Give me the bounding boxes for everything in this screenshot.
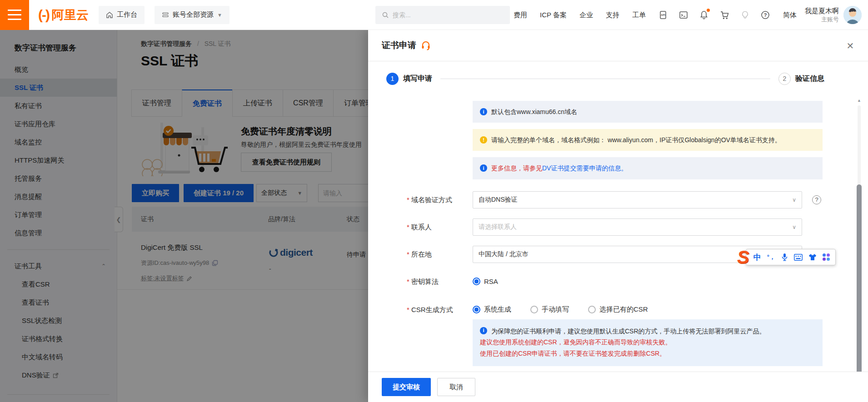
cart-icon[interactable] — [720, 10, 729, 20]
aliyun-logo[interactable]: (-) 阿里云 — [38, 7, 89, 23]
hamburger-menu-icon[interactable] — [0, 0, 29, 30]
notice-default-domain: i 默认包含www.xiamu66.cn域名 — [473, 101, 823, 123]
contact-select[interactable]: 请选择联系人 ∨ — [473, 218, 802, 236]
csr-option-manual[interactable]: 手动填写 — [530, 305, 569, 314]
chevron-down-icon: ∨ — [792, 224, 796, 230]
validation-method-value: 自动DNS验证 — [479, 196, 518, 204]
headset-support-icon[interactable] — [421, 40, 431, 50]
nav-link-enterprise[interactable]: 企业 — [579, 11, 593, 20]
form-row-contact: 联系人 请选择联系人 ∨ — [473, 218, 802, 236]
aliyun-logo-icon: (-) — [38, 7, 49, 23]
nav-link-billing[interactable]: 费用 — [514, 11, 527, 20]
home-icon — [106, 11, 113, 19]
svg-text:API: API — [661, 14, 665, 16]
chevron-down-icon: ▼ — [217, 12, 222, 18]
notification-dot — [707, 9, 710, 12]
form-row-key-algo: 密钥算法 RSA — [473, 277, 802, 287]
bulb-icon[interactable] — [741, 10, 749, 20]
workbench-button[interactable]: 工作台 — [99, 6, 145, 24]
close-icon[interactable]: ✕ — [844, 40, 856, 52]
ime-toolbox-icon[interactable] — [823, 253, 830, 261]
chevron-down-icon: ∨ — [792, 197, 796, 203]
drawer-title: 证书申请 — [382, 40, 416, 51]
csr-option-existing[interactable]: 选择已有的CSR — [588, 305, 648, 314]
scroll-up-arrow[interactable]: ▲ — [857, 98, 862, 104]
step-2-label: 验证信息 — [795, 74, 824, 84]
contact-placeholder: 请选择联系人 — [479, 223, 517, 231]
csr-note-box: i 为保障您的证书顺利申请，建议您使用默认生成CSR的方式，手动上传将无法部署到… — [473, 319, 823, 367]
resource-scope-label: 账号全部资源 — [173, 10, 214, 19]
svg-text:?: ? — [764, 12, 767, 18]
radio-rsa-label[interactable]: RSA — [484, 278, 498, 285]
ime-keyboard-icon[interactable] — [794, 254, 803, 261]
warning-icon: ! — [480, 136, 487, 144]
info-icon: i — [480, 164, 487, 172]
form-row-csr: CSR生成方式 系统生成 手动填写 选择已有的CSR — [473, 305, 802, 315]
submit-review-button[interactable]: 提交审核 — [382, 378, 431, 396]
validation-method-select[interactable]: 自动DNS验证 ∨ — [473, 191, 802, 208]
terminal-icon[interactable] — [679, 10, 688, 20]
aliyun-logo-text: 阿里云 — [52, 7, 89, 23]
user-menu[interactable]: 我是夏木啊 主账号 — [805, 6, 862, 24]
validation-method-label: 域名验证方式 — [407, 191, 452, 208]
radio-existing-csr[interactable] — [588, 306, 596, 313]
nav-link-support[interactable]: 支持 — [606, 11, 619, 20]
workbench-label: 工作台 — [117, 10, 137, 19]
steps-bar: 1 填写申请 2 验证信息 — [386, 72, 824, 85]
location-value: 中国大陆 / 北京市 — [479, 250, 529, 258]
key-algo-label: 密钥算法 — [407, 277, 439, 287]
search-input[interactable] — [393, 11, 493, 19]
radio-system-generate[interactable] — [473, 306, 480, 313]
ime-chinese-mode[interactable]: 中 — [753, 252, 761, 263]
cert-apply-drawer: 证书申请 ✕ 1 填写申请 2 验证信息 i 默认包含www.xiamu66.c… — [368, 30, 868, 402]
resource-scope-dropdown[interactable]: 账号全部资源 ▼ — [155, 6, 229, 24]
user-name: 我是夏木啊 — [805, 6, 839, 15]
step-connector — [440, 79, 770, 79]
bell-icon[interactable] — [699, 10, 708, 20]
drawer-scrollbar[interactable]: ▲ ▼ — [857, 98, 862, 396]
form-row-validation: 域名验证方式 自动DNS验证 ∨ ? — [473, 191, 802, 208]
avatar[interactable] — [843, 6, 862, 24]
api-icon[interactable]: API — [658, 10, 668, 20]
ime-mic-icon[interactable] — [781, 253, 788, 261]
contact-label: 联系人 — [407, 218, 432, 236]
csr-note-line1: 为保障您的证书顺利申请，建议您使用默认生成CSR的方式，手动上传将无法部署到阿里… — [491, 326, 766, 337]
location-label: 所在地 — [407, 246, 432, 263]
sogou-logo-icon[interactable]: S — [737, 248, 749, 266]
drawer-header: 证书申请 — [368, 30, 868, 61]
ime-punctuation-icon[interactable]: °， — [767, 253, 775, 261]
cancel-button[interactable]: 取消 — [437, 378, 475, 396]
csr-option-system[interactable]: 系统生成 — [473, 305, 511, 314]
step-2-circle: 2 — [778, 73, 791, 85]
info-icon: i — [480, 108, 487, 115]
top-navbar: (-) 阿里云 工作台 账号全部资源 ▼ 费用 ICP 备案 企业 支持 工单 … — [0, 0, 868, 30]
csr-method-label: CSR生成方式 — [407, 305, 453, 315]
user-role: 主账号 — [805, 15, 839, 24]
step-1-circle: 1 — [386, 73, 399, 85]
more-info-text: 更多信息，请参见 — [491, 164, 542, 172]
radio-rsa[interactable] — [473, 278, 480, 285]
step-1-label: 填写申请 — [403, 74, 432, 84]
search-icon — [382, 11, 389, 19]
csr-note-line2: 建议您使用系统创建的CSR，避免因内容不正确而导致的审核失败。 — [480, 337, 815, 348]
ime-skin-icon[interactable] — [808, 253, 817, 261]
locale-switch[interactable]: 简体 — [783, 11, 797, 20]
scrollbar-thumb[interactable] — [857, 184, 862, 380]
nav-link-ticket[interactable]: 工单 — [632, 11, 646, 20]
resource-list-icon — [162, 11, 169, 19]
nav-link-icp[interactable]: ICP 备案 — [540, 11, 567, 20]
radio-manual-fill[interactable] — [530, 306, 538, 313]
csr-note-line3: 使用已创建的CSR申请证书，请不要在证书签发完成前删除CSR。 — [480, 348, 815, 359]
drawer-footer: 提交审核 取消 — [368, 372, 868, 402]
info-icon: i — [480, 327, 487, 334]
sogou-ime-toolbar: S 中 °， — [737, 248, 836, 266]
global-search[interactable] — [375, 6, 510, 24]
help-icon[interactable]: ? — [761, 10, 770, 20]
notice-domain-format: ! 请输入完整的单个域名，域名格式例如： www.aliyun.com，IP证书… — [473, 129, 823, 151]
dv-cert-info-link[interactable]: DV证书提交需要申请的信息。 — [542, 164, 627, 172]
help-icon[interactable]: ? — [812, 195, 821, 204]
notice-more-info: i 更多信息，请参见DV证书提交需要申请的信息。 — [473, 157, 823, 179]
drawer-body: i 默认包含www.xiamu66.cn域名 ! 请输入完整的单个域名，域名格式… — [368, 94, 868, 372]
